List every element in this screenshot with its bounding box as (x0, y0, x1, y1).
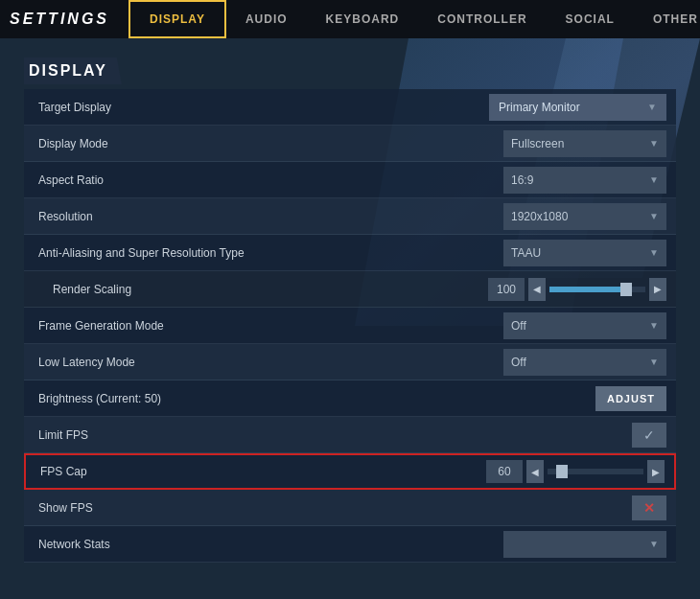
row-target-display: Target Display Primary Monitor ▼ (24, 89, 676, 126)
settings-list: Target Display Primary Monitor ▼ Display… (24, 89, 676, 563)
dropdown-frame-generation-value: Off (511, 319, 642, 333)
render-scaling-right-btn[interactable]: ▶ (649, 278, 666, 301)
render-scaling-track[interactable] (549, 287, 645, 292)
adjust-brightness-button[interactable]: ADJUST (595, 386, 666, 411)
dropdown-network-stats[interactable]: ▼ (503, 531, 666, 558)
row-display-mode: Display Mode Fullscreen ▼ (24, 126, 676, 162)
tab-audio[interactable]: AUDIO (226, 0, 307, 38)
control-network-stats: ▼ (455, 531, 676, 558)
fps-cap-right-btn[interactable]: ▶ (647, 460, 665, 483)
control-limit-fps: ✓ (455, 423, 676, 448)
label-brightness: Brightness (Current: 50) (24, 392, 455, 405)
control-aspect-ratio: 16:9 ▼ (455, 167, 676, 194)
slider-fps-cap: 60 ◀ ▶ (486, 460, 665, 483)
control-target-display: Primary Monitor ▼ (455, 94, 676, 121)
limit-fps-check-button[interactable]: ✓ (632, 423, 666, 448)
fps-cap-left-btn[interactable]: ◀ (526, 460, 544, 483)
dropdown-low-latency-value: Off (511, 356, 642, 369)
dropdown-target-display-value: Primary Monitor (499, 101, 640, 114)
nav-tabs: DISPLAY AUDIO KEYBOARD CONTROLLER SOCIAL… (128, 0, 700, 38)
dropdown-aspect-ratio-value: 16:9 (511, 173, 642, 187)
fps-cap-track[interactable] (548, 469, 643, 474)
row-resolution: Resolution 1920x1080 ▼ (24, 198, 676, 235)
control-brightness: ADJUST (455, 386, 676, 411)
dropdown-anti-aliasing[interactable]: TAAU ▼ (503, 240, 666, 266)
control-display-mode: Fullscreen ▼ (455, 130, 676, 157)
tab-keyboard[interactable]: KEYBOARD (307, 0, 419, 38)
label-resolution: Resolution (24, 210, 455, 223)
dropdown-target-display-arrow: ▼ (647, 102, 657, 112)
label-aspect-ratio: Aspect Ratio (24, 173, 455, 187)
section-header: DISPLAY (24, 58, 676, 84)
row-fps-cap: FPS Cap 60 ◀ ▶ (24, 453, 676, 490)
row-frame-generation: Frame Generation Mode Off ▼ (24, 308, 676, 344)
render-scaling-left-btn[interactable]: ◀ (528, 278, 546, 301)
dropdown-resolution-arrow: ▼ (649, 211, 659, 221)
control-fps-cap: 60 ◀ ▶ (454, 460, 674, 483)
dropdown-low-latency-arrow: ▼ (649, 357, 659, 367)
label-anti-aliasing: Anti-Aliasing and Super Resolution Type (24, 246, 455, 260)
show-fps-x-button[interactable]: ✕ (632, 495, 666, 520)
content-area: DISPLAY Target Display Primary Monitor ▼… (0, 38, 700, 582)
tab-display[interactable]: DISPLAY (128, 0, 226, 38)
checkmark-icon: ✓ (643, 427, 655, 443)
dropdown-resolution[interactable]: 1920x1080 ▼ (503, 203, 666, 230)
label-low-latency: Low Latency Mode (24, 356, 455, 369)
label-show-fps: Show FPS (24, 501, 455, 515)
label-target-display: Target Display (24, 101, 455, 114)
dropdown-frame-generation-arrow: ▼ (649, 320, 659, 331)
render-scaling-fill (549, 287, 626, 292)
section-title: DISPLAY (24, 58, 122, 84)
label-display-mode: Display Mode (24, 137, 455, 150)
control-frame-generation: Off ▼ (455, 312, 676, 339)
dropdown-anti-aliasing-value: TAAU (511, 246, 642, 260)
fps-cap-value: 60 (486, 460, 523, 483)
top-navigation-bar: SETTINGS DISPLAY AUDIO KEYBOARD CONTROLL… (0, 0, 700, 38)
slider-render-scaling: 100 ◀ ▶ (488, 278, 666, 301)
control-anti-aliasing: TAAU ▼ (455, 240, 676, 266)
tab-social[interactable]: SOCIAL (547, 0, 634, 38)
dropdown-anti-aliasing-arrow: ▼ (649, 247, 659, 258)
row-network-stats: Network Stats ▼ (24, 526, 676, 563)
render-scaling-value: 100 (488, 278, 525, 301)
x-icon: ✕ (643, 500, 655, 516)
tab-controller[interactable]: CONTROLLER (418, 0, 546, 38)
row-anti-aliasing: Anti-Aliasing and Super Resolution Type … (24, 235, 676, 271)
tab-other[interactable]: OTHER (634, 0, 700, 38)
dropdown-display-mode[interactable]: Fullscreen ▼ (503, 130, 666, 157)
dropdown-aspect-ratio[interactable]: 16:9 ▼ (503, 167, 666, 194)
row-brightness: Brightness (Current: 50) ADJUST (24, 380, 676, 417)
control-show-fps: ✕ (455, 495, 676, 520)
row-render-scaling: Render Scaling 100 ◀ ▶ (24, 271, 676, 308)
dropdown-aspect-ratio-arrow: ▼ (649, 174, 659, 185)
dropdown-target-display[interactable]: Primary Monitor ▼ (489, 94, 666, 121)
fps-cap-thumb[interactable] (556, 465, 568, 478)
dropdown-display-mode-value: Fullscreen (511, 137, 642, 150)
dropdown-low-latency[interactable]: Off ▼ (503, 349, 666, 376)
row-low-latency: Low Latency Mode Off ▼ (24, 344, 676, 380)
render-scaling-thumb[interactable] (620, 283, 632, 296)
app-logo: SETTINGS (10, 11, 109, 28)
dropdown-display-mode-arrow: ▼ (649, 138, 659, 149)
label-limit-fps: Limit FPS (24, 428, 455, 442)
row-aspect-ratio: Aspect Ratio 16:9 ▼ (24, 162, 676, 198)
label-network-stats: Network Stats (24, 538, 455, 551)
label-render-scaling: Render Scaling (24, 283, 455, 296)
label-frame-generation: Frame Generation Mode (24, 319, 455, 333)
dropdown-network-stats-arrow: ▼ (649, 539, 659, 549)
row-show-fps: Show FPS ✕ (24, 490, 676, 526)
dropdown-resolution-value: 1920x1080 (511, 210, 642, 223)
row-limit-fps: Limit FPS ✓ (24, 417, 676, 453)
control-render-scaling: 100 ◀ ▶ (455, 278, 676, 301)
dropdown-frame-generation[interactable]: Off ▼ (503, 312, 666, 339)
control-low-latency: Off ▼ (455, 349, 676, 376)
control-resolution: 1920x1080 ▼ (455, 203, 676, 230)
label-fps-cap: FPS Cap (26, 465, 454, 478)
